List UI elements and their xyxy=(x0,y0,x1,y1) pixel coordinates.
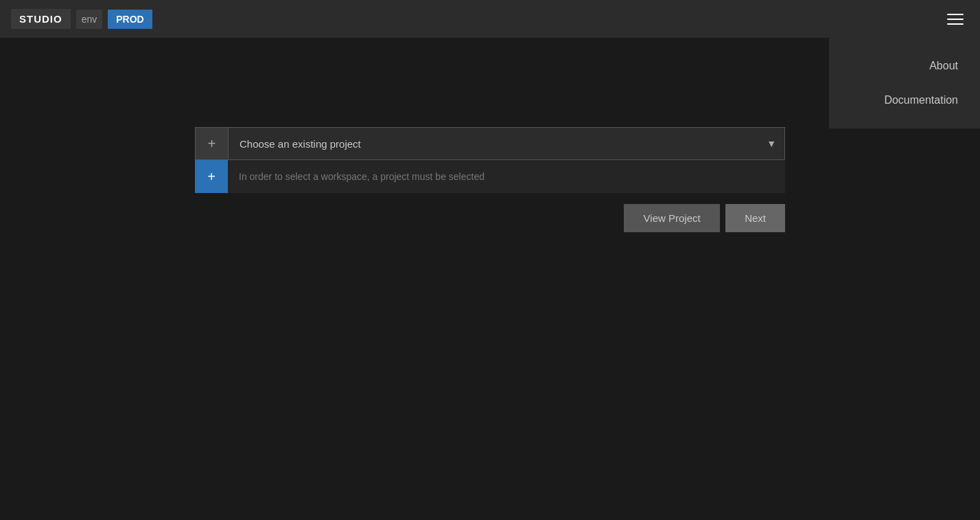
menu-item-about[interactable]: About xyxy=(829,49,980,83)
hamburger-menu-button[interactable] xyxy=(942,8,969,30)
project-select-container: Choose an existing project ▼ xyxy=(229,128,784,159)
project-select[interactable]: Choose an existing project xyxy=(229,128,784,159)
workspace-info-text: In order to select a workspace, a projec… xyxy=(228,160,785,193)
add-workspace-button[interactable]: + xyxy=(195,160,228,193)
header-left: STUDIO env PROD xyxy=(11,9,152,29)
buttons-row: View Project Next xyxy=(195,204,785,232)
project-row-2: + In order to select a workspace, a proj… xyxy=(195,160,785,193)
add-project-button-1[interactable]: + xyxy=(196,128,229,159)
next-button[interactable]: Next xyxy=(725,204,785,232)
project-row-1: + Choose an existing project ▼ xyxy=(195,127,785,160)
dropdown-menu: About Documentation xyxy=(829,38,980,128)
project-panel: + Choose an existing project ▼ + In orde… xyxy=(195,127,785,232)
studio-label: STUDIO xyxy=(11,9,71,29)
view-project-button[interactable]: View Project xyxy=(624,204,720,232)
header: STUDIO env PROD xyxy=(0,0,980,38)
prod-label: PROD xyxy=(108,10,152,29)
menu-item-documentation[interactable]: Documentation xyxy=(829,83,980,117)
env-label: env xyxy=(76,10,103,29)
hamburger-icon xyxy=(947,14,964,25)
